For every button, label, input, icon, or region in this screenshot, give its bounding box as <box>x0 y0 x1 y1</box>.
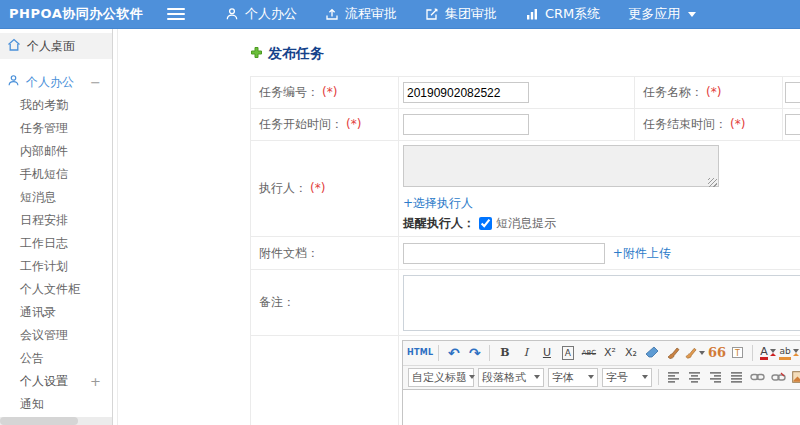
top-menu-crm[interactable]: CRM系统 <box>511 0 614 29</box>
underline-button[interactable]: U <box>537 343 556 362</box>
field-label: 执行人： <box>259 181 307 195</box>
sidebar-item-workplan[interactable]: 工作计划 <box>0 255 112 278</box>
caret-down-icon <box>642 375 648 379</box>
required-mark: (*) <box>322 85 337 99</box>
table-row: 任务编号：(*) 任务名称：(*) <box>251 77 800 109</box>
table-row: 附件文档： +附件上传 <box>251 237 800 270</box>
custom-heading-select[interactable]: 自定义标题 <box>408 368 474 387</box>
highlight-color-button[interactable]: ab <box>779 343 798 362</box>
clear-format-eraser-icon[interactable] <box>642 343 661 362</box>
redo-icon[interactable]: ↷ <box>465 343 484 362</box>
page-title: 发布任务 <box>268 45 324 63</box>
executor-textarea[interactable] <box>403 145 719 187</box>
remark-field-cell <box>399 270 800 336</box>
app-window: PHPOA协同办公软件 个人办公 流程审批 集团审批 <box>0 0 800 425</box>
attachment-upload-link[interactable]: +附件上传 <box>613 246 671 260</box>
top-menu-label: 流程审批 <box>345 5 397 23</box>
sidebar-item-schedule[interactable]: 日程安排 <box>0 209 112 232</box>
caret-down-icon <box>699 351 705 355</box>
start-time-label-cell: 任务开始时间：(*) <box>251 109 399 141</box>
task-name-input[interactable] <box>785 82 800 103</box>
sidebar-item-sms[interactable]: 手机短信 <box>0 163 112 186</box>
top-menu-group-approval[interactable]: 集团审批 <box>411 0 511 29</box>
align-left-icon[interactable] <box>664 368 683 387</box>
html-source-button[interactable]: HTML <box>407 343 433 362</box>
collapse-minus-icon[interactable]: − <box>90 75 101 90</box>
undo-icon[interactable]: ↶ <box>444 343 463 362</box>
person-icon <box>7 74 20 90</box>
task-name-label-cell: 任务名称：(*) <box>635 77 783 109</box>
sidebar-item-tasks[interactable]: 任务管理 <box>0 117 112 140</box>
remark-label-cell: 备注： <box>251 270 399 336</box>
sidebar-item-messages[interactable]: 短消息 <box>0 186 112 209</box>
table-row: 备注： <box>251 270 800 336</box>
top-navigation-bar: PHPOA协同办公软件 个人办公 流程审批 集团审批 <box>0 0 800 29</box>
subscript-button[interactable]: X₂ <box>621 343 640 362</box>
font-size-select[interactable]: 字号 <box>602 368 652 387</box>
align-justify-icon[interactable] <box>727 368 746 387</box>
field-label: 任务名称： <box>643 85 703 99</box>
task-number-input[interactable] <box>403 82 529 103</box>
sidebar-group-personal-office[interactable]: 个人办公 − <box>0 70 112 94</box>
table-row: 任务开始时间：(*) 任务结束时间：(*) <box>251 109 800 141</box>
superscript-button[interactable]: X² <box>600 343 619 362</box>
upload-process-icon <box>325 7 339 21</box>
bold-button[interactable]: B <box>495 343 514 362</box>
paste-text-icon[interactable]: T <box>728 343 747 362</box>
editor-content-area[interactable] <box>402 390 800 425</box>
toolbar-separator <box>489 345 490 361</box>
remind-label: 提醒执行人： <box>403 215 475 232</box>
task-name-field-cell <box>783 77 800 109</box>
sidebar-item-worklog[interactable]: 工作日志 <box>0 232 112 255</box>
auto-format-brush-icon[interactable] <box>684 343 705 362</box>
insert-image-icon[interactable] <box>790 368 800 387</box>
menu-toggle-icon[interactable] <box>167 5 185 23</box>
top-menu-workflow-approval[interactable]: 流程审批 <box>311 0 411 29</box>
start-time-input[interactable] <box>403 114 529 135</box>
insert-link-icon[interactable] <box>748 368 767 387</box>
end-time-input[interactable] <box>785 114 800 135</box>
toolbar-separator <box>658 369 659 385</box>
strikethrough-button[interactable]: ABC <box>579 343 598 362</box>
form-title-row: 发布任务 <box>250 44 800 63</box>
sidebar-item-contacts[interactable]: 通讯录 <box>0 301 112 324</box>
sidebar-item-attendance[interactable]: 我的考勤 <box>0 94 112 117</box>
select-executor-link[interactable]: +选择执行人 <box>403 196 473 210</box>
font-family-select[interactable]: 字体 <box>548 368 598 387</box>
sidebar-scrollbar[interactable] <box>0 417 112 425</box>
expand-plus-icon[interactable]: + <box>90 370 101 393</box>
caret-down-icon <box>688 12 696 17</box>
editor-toolbar-row-2: 自定义标题 段落格式 字体 字号 <box>403 365 800 389</box>
attachment-input[interactable] <box>403 243 605 264</box>
home-icon <box>7 38 21 54</box>
sidebar-item-notice[interactable]: 通知 <box>0 393 112 416</box>
italic-button[interactable]: I <box>516 343 535 362</box>
sidebar-item-announcement[interactable]: 公告 <box>0 347 112 370</box>
align-right-icon[interactable] <box>706 368 725 387</box>
required-mark: (*) <box>730 117 745 131</box>
sidebar-item-meetings[interactable]: 会议管理 <box>0 324 112 347</box>
sidebar-group-settings[interactable]: 个人设置 + <box>0 370 112 393</box>
end-time-label-cell: 任务结束时间：(*) <box>635 109 783 141</box>
top-menu-personal-office[interactable]: 个人办公 <box>211 0 311 29</box>
sidebar-item-mail[interactable]: 内部邮件 <box>0 140 112 163</box>
resize-grip-icon[interactable] <box>708 178 717 187</box>
top-menu-more-apps[interactable]: 更多应用 <box>614 0 710 29</box>
edit-square-icon <box>425 7 439 21</box>
paragraph-format-select[interactable]: 段落格式 <box>478 368 544 387</box>
font-color-button[interactable]: A <box>758 343 777 362</box>
app-logo: PHPOA协同办公软件 <box>0 5 155 23</box>
remove-link-icon[interactable] <box>769 368 788 387</box>
format-painter-icon[interactable] <box>663 343 682 362</box>
svg-text:T: T <box>734 349 740 358</box>
remark-textarea[interactable] <box>403 275 800 331</box>
sms-remind-checkbox[interactable] <box>479 217 492 230</box>
editor-cell: HTML ↶ ↷ B I U A ABC <box>399 336 800 425</box>
align-center-icon[interactable] <box>685 368 704 387</box>
sidebar-group-label: 个人设置 <box>20 374 68 388</box>
sidebar-item-filecabinet[interactable]: 个人文件柜 <box>0 278 112 301</box>
field-label: 任务结束时间： <box>643 117 727 131</box>
blockquote-button[interactable]: 66 <box>707 343 726 362</box>
sidebar-item-desktop[interactable]: 个人桌面 <box>0 33 112 59</box>
font-style-button[interactable]: A <box>558 343 577 362</box>
